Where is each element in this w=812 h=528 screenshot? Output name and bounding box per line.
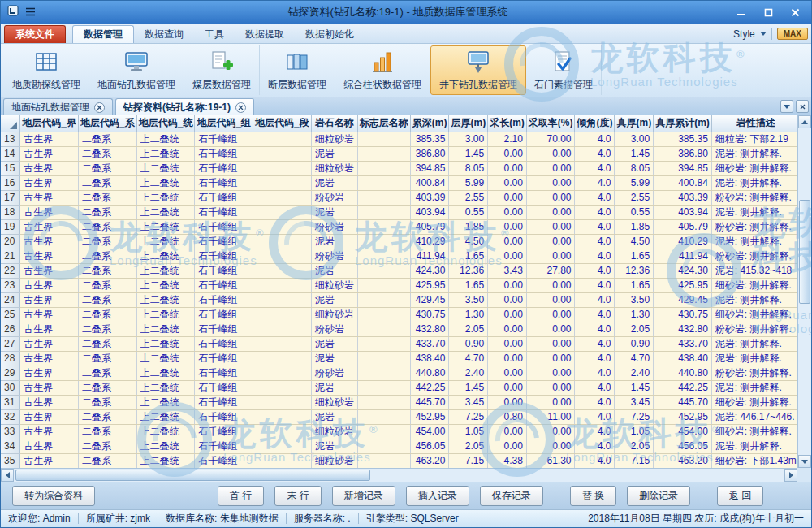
grid-cell[interactable]: 5.99: [449, 175, 488, 190]
grid-cell[interactable]: 429.45: [654, 292, 712, 307]
grid-cell[interactable]: 0.00: [488, 292, 527, 307]
grid-cell[interactable]: [253, 292, 312, 307]
column-header[interactable]: 倾角(度): [575, 115, 615, 132]
column-header[interactable]: 层厚(m): [449, 115, 488, 132]
grid-cell[interactable]: 石千峰组: [195, 380, 253, 395]
grid-cell[interactable]: 394.85: [410, 161, 449, 175]
grid-cell[interactable]: 上二叠统: [136, 351, 195, 366]
grid-cell[interactable]: 上二叠统: [136, 366, 195, 380]
grid-cell[interactable]: 438.40: [410, 351, 449, 366]
grid-cell[interactable]: 0.00: [526, 175, 575, 190]
grid-cell[interactable]: 粉砂岩: [311, 366, 357, 380]
grid-cell[interactable]: 2.55: [449, 190, 488, 205]
grid-cell[interactable]: 石千峰组: [195, 292, 253, 307]
column-header[interactable]: 累深(m): [410, 115, 449, 132]
column-header[interactable]: 岩性描述: [711, 115, 797, 132]
ribbon-button-surface-borehole[interactable]: 地面钻孔数据管理: [89, 45, 184, 95]
grid-cell[interactable]: 二叠系: [79, 132, 137, 146]
grid-cell[interactable]: 泥岩: [311, 263, 357, 278]
column-header[interactable]: 地层代码_组: [195, 115, 253, 132]
grid-cell[interactable]: 0.00: [488, 322, 527, 336]
grid-cell[interactable]: 11.00: [526, 409, 575, 424]
row-number-cell[interactable]: 30: [1, 380, 20, 395]
grid-cell[interactable]: 二叠系: [79, 146, 137, 161]
grid-cell[interactable]: 古生界: [20, 351, 79, 366]
grid-cell[interactable]: 440.80: [654, 366, 712, 380]
grid-cell[interactable]: 细砂岩: 测井解释.: [711, 161, 797, 175]
table-row[interactable]: 35古生界二叠系上二叠统石千峰组细粒砂岩463.207.154.3861.304…: [1, 453, 797, 468]
grid-cell[interactable]: 442.25: [654, 380, 712, 395]
column-header[interactable]: 地层代码_段: [253, 115, 312, 132]
grid-cell[interactable]: [253, 439, 312, 453]
grid-cell[interactable]: 石千峰组: [195, 146, 253, 161]
grid-cell[interactable]: 上二叠统: [136, 205, 195, 219]
grid-cell[interactable]: 3.45: [449, 395, 488, 409]
grid-cell[interactable]: 452.95: [410, 409, 449, 424]
grid-cell[interactable]: 二叠系: [79, 380, 137, 395]
grid-cell[interactable]: 二叠系: [79, 439, 137, 453]
row-number-cell[interactable]: 27: [1, 336, 20, 351]
grid-cell[interactable]: [357, 322, 410, 336]
grid-cell[interactable]: 细粒砂岩: [311, 132, 357, 146]
grid-cell[interactable]: 细粒砂岩: [311, 424, 357, 439]
grid-cell[interactable]: 细粒砂岩: [311, 307, 357, 322]
grid-cell[interactable]: 石千峰组: [195, 351, 253, 366]
close-tab-icon[interactable]: [235, 102, 246, 113]
grid-cell[interactable]: [357, 439, 410, 453]
grid-cell[interactable]: [357, 409, 410, 424]
grid-cell[interactable]: 石千峰组: [195, 322, 253, 336]
grid-cell[interactable]: 古生界: [20, 249, 79, 263]
grid-cell[interactable]: 细砂岩: 下部1.43m: [711, 453, 797, 468]
table-row[interactable]: 15古生界二叠系上二叠统石千峰组细粒砂岩394.858.050.000.004.…: [1, 161, 797, 175]
grid-cell[interactable]: 405.79: [654, 219, 712, 234]
table-row[interactable]: 32古生界二叠系上二叠统石千峰组泥岩452.957.250.8011.004.0…: [1, 409, 797, 424]
grid-cell[interactable]: 2.55: [615, 190, 654, 205]
grid-cell[interactable]: 0.00: [526, 351, 575, 366]
grid-cell[interactable]: 泥岩: 测井解释.: [711, 336, 797, 351]
tab-close-button[interactable]: [796, 100, 809, 113]
grid-cell[interactable]: 石千峰组: [195, 395, 253, 409]
max-button[interactable]: MAX: [777, 28, 808, 40]
grid-cell[interactable]: 0.00: [488, 175, 527, 190]
grid-cell[interactable]: 2.05: [615, 322, 654, 336]
grid-cell[interactable]: 上二叠统: [136, 278, 195, 292]
grid-cell[interactable]: 古生界: [20, 132, 79, 146]
grid-cell[interactable]: 二叠系: [79, 161, 137, 175]
grid-cell[interactable]: 古生界: [20, 366, 79, 380]
grid-cell[interactable]: 0.00: [526, 278, 575, 292]
horizontal-scroll-thumb[interactable]: [15, 470, 370, 481]
row-number-cell[interactable]: 32: [1, 409, 20, 424]
grid-cell[interactable]: 0.00: [526, 336, 575, 351]
grid-cell[interactable]: 386.80: [654, 146, 712, 161]
table-row[interactable]: 29古生界二叠系上二叠统石千峰组粉砂岩440.802.400.000.004.0…: [1, 366, 797, 380]
row-number-cell[interactable]: 16: [1, 175, 20, 190]
grid-cell[interactable]: 400.84: [654, 175, 712, 190]
grid-cell[interactable]: 7.25: [449, 409, 488, 424]
grid-cell[interactable]: 403.39: [654, 190, 712, 205]
grid-cell[interactable]: [357, 161, 410, 175]
column-header[interactable]: 地层代码_系: [79, 115, 137, 132]
grid-cell[interactable]: 1.45: [615, 380, 654, 395]
grid-cell[interactable]: 泥岩: [311, 146, 357, 161]
grid-cell[interactable]: [253, 263, 312, 278]
grid-cell[interactable]: 3.43: [488, 263, 527, 278]
grid-cell[interactable]: [253, 307, 312, 322]
grid-cell[interactable]: [357, 175, 410, 190]
doc-tab-surface-borehole[interactable]: 地面钻孔数据管理: [3, 98, 113, 115]
vertical-scrollbar[interactable]: [797, 115, 811, 468]
grid-cell[interactable]: 385.35: [410, 132, 449, 146]
grid-cell[interactable]: 430.75: [410, 307, 449, 322]
grid-cell[interactable]: 0.80: [488, 409, 527, 424]
grid-cell[interactable]: 二叠系: [79, 234, 137, 249]
column-header[interactable]: 岩石名称: [311, 115, 357, 132]
ribbon-button-fault[interactable]: 断层数据管理: [260, 45, 335, 95]
grid-cell[interactable]: 上二叠统: [136, 190, 195, 205]
grid-cell[interactable]: 石千峰组: [195, 439, 253, 453]
vertical-scroll-track[interactable]: [798, 128, 811, 455]
grid-cell[interactable]: 1.85: [449, 219, 488, 234]
app-icon[interactable]: [7, 5, 19, 19]
grid-cell[interactable]: 二叠系: [79, 263, 137, 278]
grid-cell[interactable]: 古生界: [20, 146, 79, 161]
grid-cell[interactable]: 泥岩: 446.17~446.: [711, 409, 797, 424]
grid-cell[interactable]: [253, 395, 312, 409]
